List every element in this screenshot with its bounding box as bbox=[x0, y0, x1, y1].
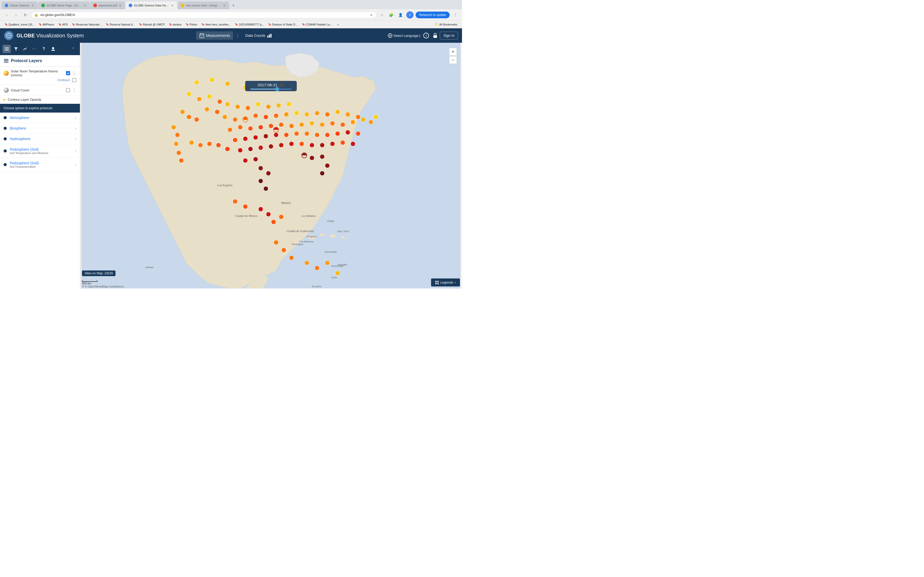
layer-menu-button[interactable]: ⋮ bbox=[72, 71, 76, 76]
legends-label: Legends bbox=[440, 280, 453, 284]
layers-toolbar-btn[interactable] bbox=[3, 45, 11, 53]
relaunch-button[interactable]: Relaunch to update bbox=[415, 11, 450, 18]
bookmark-tamara[interactable]: 🔖 tamara bbox=[167, 23, 183, 27]
tab-title: Citizen Science bbox=[10, 4, 29, 7]
layer-cloud-color-indicator bbox=[3, 88, 9, 93]
more-icon: ··· bbox=[32, 47, 37, 51]
tab-close-btn[interactable]: ✕ bbox=[83, 3, 87, 7]
sites-count: 10526 bbox=[104, 271, 113, 275]
svg-point-51 bbox=[315, 111, 320, 115]
bookmark-reload[interactable]: 🔖 Reload @ UMCP bbox=[137, 23, 166, 27]
sphere-biosphere[interactable]: Biosphere › bbox=[0, 123, 80, 134]
sphere-pedosphere-soil-temp[interactable]: Pedosphere (Soil) Soil Temperature and M… bbox=[0, 144, 80, 158]
extension-icon[interactable]: 🧩 bbox=[388, 11, 395, 19]
more-toolbar-btn[interactable]: ··· bbox=[31, 45, 39, 53]
new-tab-button[interactable]: + bbox=[230, 2, 237, 9]
svg-point-108 bbox=[176, 150, 181, 155]
menu-icon[interactable]: ⋮ bbox=[452, 11, 459, 19]
contours-checkbox[interactable] bbox=[72, 78, 76, 82]
bookmark-aps[interactable]: 🔖 APS bbox=[57, 23, 69, 27]
info-icon[interactable]: i bbox=[423, 33, 429, 39]
svg-point-71 bbox=[294, 131, 299, 136]
user-profile-icon[interactable]: 👤 bbox=[397, 11, 404, 19]
select-language-button[interactable]: Select Language | bbox=[388, 33, 420, 38]
svg-point-122 bbox=[233, 199, 237, 204]
collapse-icon: ⌃ bbox=[72, 47, 75, 51]
sphere-pedosphere-soil-char[interactable]: Pedosphere (Soil) Soil Characterization … bbox=[0, 158, 80, 172]
contour-opacity-header[interactable]: ▶ Contour Layer Opacity bbox=[3, 98, 76, 102]
svg-point-110 bbox=[335, 110, 340, 114]
zoom-in-button[interactable]: + bbox=[449, 48, 457, 56]
layer-solar-noon-checkbox[interactable] bbox=[66, 71, 70, 75]
forward-button[interactable]: › bbox=[12, 11, 19, 19]
legends-button[interactable]: Legends › bbox=[431, 279, 460, 287]
svg-text:La Habana: La Habana bbox=[302, 214, 315, 218]
address-bar[interactable]: 🔒 vis.globe.gov/GLOBE/# ★ bbox=[31, 11, 376, 18]
bookmark-police[interactable]: 🔖 Police bbox=[184, 23, 199, 27]
data-counts-nav-item[interactable]: Data Counts bbox=[242, 31, 275, 40]
bookmark-comar[interactable]: 🔖 COMAR Natalie La... bbox=[300, 23, 334, 27]
bookmarks-bar: 🔖 Qualters, Irene (16... 🔖 AltPharm 🔖 AP… bbox=[0, 21, 462, 28]
header-right: Select Language | i Sign In bbox=[388, 32, 458, 39]
bookmark-icon[interactable]: ☆ bbox=[378, 11, 386, 19]
tab-citizen-science[interactable]: Citizen Science ✕ bbox=[2, 2, 38, 9]
bookmark-qualters[interactable]: 🔖 Qualters, Irene (16... bbox=[3, 23, 36, 27]
chart-toolbar-btn[interactable] bbox=[21, 45, 29, 53]
layer-cloud-cover-checkbox[interactable] bbox=[66, 88, 70, 92]
layer-cloud-cover: Cloud Cover ⋮ bbox=[0, 85, 80, 95]
svg-point-96 bbox=[258, 166, 263, 171]
map-area[interactable]: 2017-08-21 🎥 bbox=[80, 43, 462, 288]
tab-close-btn[interactable]: ✕ bbox=[223, 3, 226, 7]
tab-close-btn[interactable]: ✕ bbox=[170, 3, 174, 7]
svg-point-91 bbox=[320, 154, 325, 159]
tab-pdf[interactable]: aspvolume.pdf ✕ bbox=[90, 2, 125, 9]
layer-cloud-menu-button[interactable]: ⋮ bbox=[72, 88, 76, 93]
user-toolbar-btn[interactable] bbox=[49, 45, 57, 53]
bookmark-reserva[interactable]: 🔖 Reserva Natural d... bbox=[104, 23, 136, 27]
back-button[interactable]: ‹ bbox=[3, 11, 10, 19]
zoom-out-button[interactable]: − bbox=[449, 56, 457, 64]
svg-point-117 bbox=[194, 80, 199, 85]
tab-globe-home[interactable]: GLOBE Home Page - GLOBE... ✕ bbox=[38, 2, 90, 9]
svg-point-56 bbox=[258, 125, 263, 130]
all-bookmarks-button[interactable]: 📁All Bookmarks bbox=[433, 22, 459, 27]
tab-close-btn[interactable]: ✕ bbox=[118, 3, 122, 7]
bookmark-altpharm[interactable]: 🔖 AltPharm bbox=[37, 23, 56, 27]
sidebar: ··· ? ⌃ bbox=[0, 43, 80, 288]
svg-point-101 bbox=[198, 143, 203, 148]
svg-point-68 bbox=[263, 134, 268, 139]
measurements-nav-item[interactable]: 1 Measurements bbox=[196, 31, 233, 40]
profile-button[interactable]: I bbox=[406, 11, 414, 19]
svg-point-84 bbox=[299, 142, 304, 146]
date-slider[interactable] bbox=[250, 89, 292, 90]
collapse-sidebar-btn[interactable]: ⌃ bbox=[69, 45, 78, 53]
bookmark-division[interactable]: 🔖 Division of State D... bbox=[267, 23, 299, 27]
reload-button[interactable]: ↻ bbox=[22, 11, 29, 19]
filter-toolbar-btn[interactable] bbox=[12, 45, 20, 53]
bookmark-reservas[interactable]: 🔖 Reservas Naturale... bbox=[70, 23, 103, 27]
svg-point-27 bbox=[197, 97, 202, 102]
bookmark-newhero[interactable]: 🔖 New hero, another... bbox=[200, 23, 232, 27]
tab-globe-vis[interactable]: GLOBE Science Data Visuali... ✕ bbox=[126, 2, 177, 9]
sphere-hydrosphere[interactable]: Hydrosphere › bbox=[0, 134, 80, 144]
bookmarks-overflow-button[interactable]: » bbox=[336, 23, 340, 27]
choose-sphere-label: Choose sphere to explore protocols bbox=[3, 106, 52, 110]
svg-point-67 bbox=[253, 135, 258, 140]
nav-icons: ☆ 🧩 👤 I bbox=[378, 11, 414, 19]
svg-point-94 bbox=[243, 158, 248, 163]
bookmark-img[interactable]: 🔖 1621458880777.p... bbox=[233, 23, 265, 27]
sign-in-button[interactable]: Sign In bbox=[440, 32, 458, 39]
svg-point-106 bbox=[175, 133, 180, 137]
tab-close-btn[interactable]: ✕ bbox=[31, 3, 34, 7]
svg-rect-15 bbox=[5, 50, 9, 50]
tab-google[interactable]: mac screen shot - Google Se... ✕ bbox=[178, 2, 229, 9]
date-slider-thumb[interactable] bbox=[275, 87, 279, 91]
sphere-pedosphere-char-arrow-icon: › bbox=[75, 163, 76, 167]
svg-point-119 bbox=[225, 81, 230, 86]
help-toolbar-btn[interactable]: ? bbox=[40, 45, 48, 53]
sphere-atmosphere[interactable]: Atmosphere › bbox=[0, 113, 80, 123]
svg-point-38 bbox=[256, 102, 260, 106]
svg-point-89 bbox=[351, 142, 355, 146]
svg-text:Cuba: Cuba bbox=[328, 219, 334, 222]
svg-point-127 bbox=[279, 214, 284, 219]
